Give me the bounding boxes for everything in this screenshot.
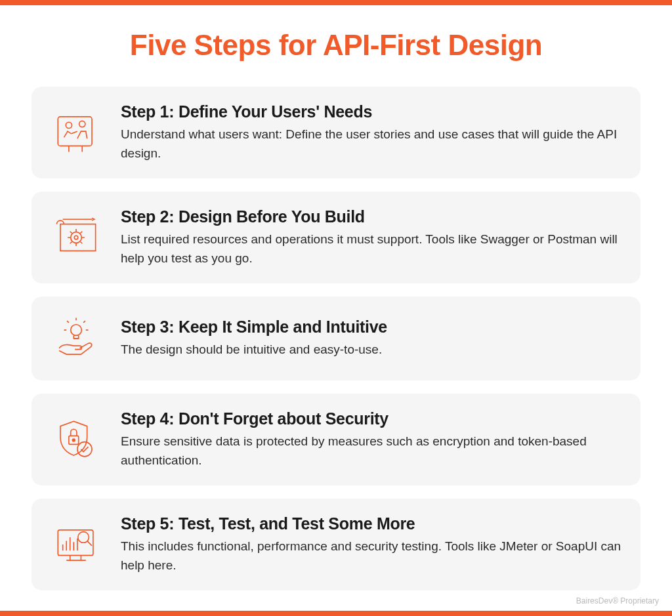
svg-point-8: [77, 442, 92, 457]
hand-lightbulb-icon: [50, 312, 102, 365]
svg-point-4: [74, 236, 78, 239]
step-2-content: Step 2: Design Before You Build List req…: [121, 207, 622, 268]
step-2-description: List required resources and operations i…: [121, 230, 622, 268]
step-card-4: Step 4: Don't Forget about Security Ensu…: [32, 394, 640, 485]
step-3-content: Step 3: Keep It Simple and Intuitive The…: [121, 318, 622, 359]
svg-rect-0: [58, 117, 92, 146]
svg-point-2: [79, 121, 85, 127]
step-card-1: Step 1: Define Your Users' Needs Underst…: [32, 87, 640, 178]
bottom-accent-bar: [0, 611, 672, 616]
step-4-content: Step 4: Don't Forget about Security Ensu…: [121, 409, 622, 470]
svg-point-3: [71, 232, 82, 243]
step-4-title: Step 4: Don't Forget about Security: [121, 409, 622, 428]
footer-attribution: BairesDev® Proprietary: [576, 596, 659, 606]
step-3-title: Step 3: Keep It Simple and Intuitive: [121, 318, 622, 337]
step-2-title: Step 2: Design Before You Build: [121, 207, 622, 226]
svg-point-5: [71, 325, 82, 336]
svg-point-1: [66, 122, 72, 128]
step-4-description: Ensure sensitive data is protected by me…: [121, 432, 622, 470]
step-card-3: Step 3: Keep It Simple and Intuitive The…: [32, 297, 640, 380]
main-container: Five Steps for API-First Design Step 1: …: [0, 5, 672, 590]
page-title: Five Steps for API-First Design: [32, 29, 640, 62]
step-5-content: Step 5: Test, Test, and Test Some More T…: [121, 514, 622, 575]
step-1-content: Step 1: Define Your Users' Needs Underst…: [121, 102, 622, 163]
svg-point-7: [72, 439, 75, 441]
step-card-2: Step 2: Design Before You Build List req…: [32, 192, 640, 283]
step-5-description: This includes functional, performance an…: [121, 537, 622, 575]
shield-lock-icon: [50, 413, 102, 466]
step-5-title: Step 5: Test, Test, and Test Some More: [121, 514, 622, 533]
users-meeting-icon: [50, 106, 102, 159]
step-3-description: The design should be intuitive and easy-…: [121, 340, 622, 359]
monitor-analytics-icon: [50, 518, 102, 571]
step-card-5: Step 5: Test, Test, and Test Some More T…: [32, 499, 640, 590]
step-1-title: Step 1: Define Your Users' Needs: [121, 102, 622, 121]
step-1-description: Understand what users want: Define the u…: [121, 125, 622, 163]
blueprint-gear-icon: [50, 211, 102, 264]
top-accent-bar: [0, 0, 672, 5]
